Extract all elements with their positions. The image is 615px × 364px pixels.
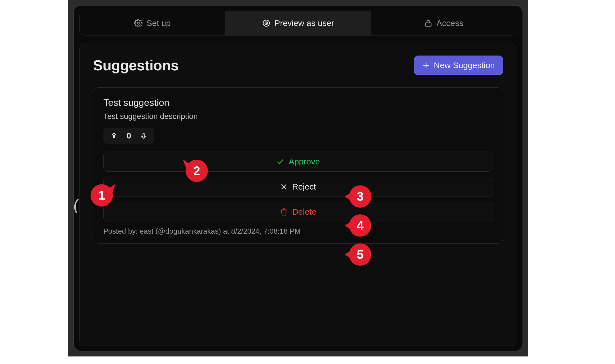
posted-by: Posted by: east (@dogukankarakas) at 8/2… [103,227,493,236]
approve-button[interactable]: Approve [103,152,493,172]
downvote-button[interactable] [139,131,148,140]
svg-rect-4 [426,23,431,27]
close-icon [280,183,288,190]
check-icon [276,158,284,166]
window: Set up Preview as user [73,5,523,351]
tab-setup-label: Set up [146,18,171,28]
tab-preview-label: Preview as user [274,18,334,28]
app-frame: Set up Preview as user [68,0,528,356]
tab-bar: Set up Preview as user [79,11,517,36]
delete-label: Delete [292,207,317,217]
main-panel: Suggestions New Suggestion Test sugges [79,43,517,346]
tab-preview[interactable]: Preview as user [225,11,371,35]
svg-point-3 [266,23,267,24]
suggestion-description: Test suggestion description [103,112,493,121]
page-title: Suggestions [93,57,179,74]
trash-icon [280,208,288,216]
approve-label: Approve [289,157,320,166]
vote-count: 0 [126,131,132,140]
panel-header: Suggestions New Suggestion [93,56,503,75]
decorative-arc: ( [73,198,79,213]
gear-icon [134,19,143,27]
tab-access[interactable]: Access [371,11,517,35]
plus-icon [422,61,430,69]
tab-access-label: Access [436,18,464,28]
suggestion-title: Test suggestion [103,97,493,108]
svg-point-0 [137,22,140,24]
tab-setup[interactable]: Set up [80,11,225,35]
suggestion-card: Test suggestion Test suggestion descript… [93,87,503,244]
new-suggestion-label: New Suggestion [434,61,495,70]
eye-target-icon [262,19,270,27]
reject-button[interactable]: Reject [103,177,493,197]
lock-icon [424,19,433,27]
upvote-button[interactable] [110,131,118,140]
new-suggestion-button[interactable]: New Suggestion [414,56,503,75]
delete-button[interactable]: Delete [103,202,493,222]
reject-label: Reject [292,182,316,191]
vote-control: 0 [103,128,154,144]
